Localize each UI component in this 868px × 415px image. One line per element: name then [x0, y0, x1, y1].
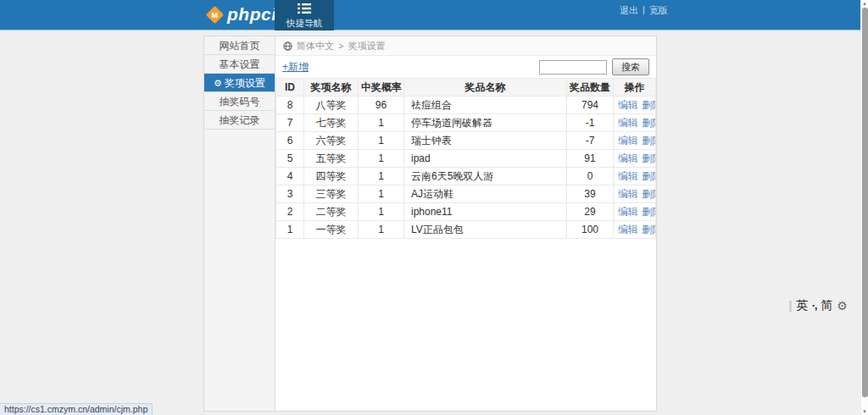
column-header-quantity: 奖品数量 [567, 79, 614, 97]
header-links-separator: | [643, 4, 645, 17]
prize-table: ID 奖项名称 中奖概率 奖品名称 奖品数量 操作 8 八等奖 96 祛痘组合 … [275, 78, 656, 239]
delete-link[interactable]: 删除 [642, 152, 656, 164]
globe-icon [283, 42, 292, 51]
ime-settings-gear-icon[interactable]: ⚙ [837, 299, 848, 313]
sidebar-item-lottery-records[interactable]: 抽奖记录 [204, 111, 275, 130]
cell-probability: 1 [359, 221, 404, 239]
brand-diamond-icon: M [206, 5, 224, 23]
breadcrumb-language[interactable]: 简体中文 [297, 40, 334, 53]
cell-operations: 编辑删除 [614, 114, 656, 132]
cell-level: 二等奖 [304, 203, 359, 221]
brand-mark: M [212, 10, 219, 19]
breadcrumb-current-page: 奖项设置 [348, 40, 385, 53]
add-new-link[interactable]: +新增 [282, 60, 309, 75]
cell-operations: 编辑删除 [614, 132, 656, 150]
search-button[interactable]: 搜索 [612, 58, 649, 75]
scroll-up-arrow-icon[interactable]: ▲ [861, 1, 868, 6]
delete-link[interactable]: 删除 [642, 206, 656, 218]
table-header-row: ID 奖项名称 中奖概率 奖品名称 奖品数量 操作 [276, 79, 656, 97]
cell-name: iphone11 [404, 203, 567, 221]
ime-language-toggle[interactable]: 英 [796, 298, 808, 313]
sidebar-item-prize-settings[interactable]: ⚙奖项设置 [204, 74, 275, 92]
cell-id: 1 [276, 221, 304, 239]
sidebar-item-lottery-codes[interactable]: 抽奖码号 [204, 92, 275, 111]
ime-punctuation-toggle[interactable]: ·, [812, 300, 816, 312]
column-header-prize-level: 奖项名称 [304, 79, 359, 97]
cell-quantity: 794 [567, 97, 614, 114]
cell-name: 停车场道闸破解器 [404, 114, 567, 132]
edit-link[interactable]: 编辑 [618, 152, 638, 164]
delete-link[interactable]: 删除 [642, 188, 656, 200]
edit-link[interactable]: 编辑 [618, 135, 638, 147]
cell-quantity: 39 [567, 185, 614, 203]
list-icon [298, 3, 311, 14]
cell-probability: 1 [359, 132, 404, 150]
cell-id: 7 [276, 114, 304, 132]
cell-level: 八等奖 [304, 97, 359, 114]
cell-quantity: 29 [567, 203, 614, 221]
cell-id: 6 [276, 132, 304, 150]
scrollbar-thumb[interactable] [862, 8, 868, 397]
column-header-prize-name: 奖品名称 [404, 79, 567, 97]
scroll-down-arrow-icon[interactable]: ▼ [861, 409, 868, 414]
table-row: 2 二等奖 1 iphone11 29 编辑删除 [276, 203, 656, 221]
wide-mode-link[interactable]: 宽版 [649, 4, 668, 17]
sidebar-item-basic-settings[interactable]: 基本设置 [204, 55, 275, 74]
edit-link[interactable]: 编辑 [618, 188, 638, 200]
delete-link[interactable]: 删除 [642, 99, 656, 111]
cell-level: 五等奖 [304, 150, 359, 168]
cell-level: 六等奖 [304, 132, 359, 150]
cell-id: 2 [276, 203, 304, 221]
logout-link[interactable]: 退出 [620, 4, 638, 17]
vertical-scrollbar[interactable]: ▲ ▼ [860, 0, 868, 415]
cell-operations: 编辑删除 [614, 168, 656, 185]
ime-drag-handle[interactable] [789, 301, 792, 312]
cell-name: 祛痘组合 [404, 97, 567, 114]
cell-probability: 1 [359, 185, 404, 203]
delete-link[interactable]: 删除 [642, 117, 656, 129]
cell-probability: 1 [359, 203, 404, 221]
edit-link[interactable]: 编辑 [618, 224, 638, 235]
cell-id: 5 [276, 150, 304, 168]
cell-id: 3 [276, 185, 304, 203]
cell-operations: 编辑删除 [614, 221, 656, 239]
cell-level: 一等奖 [304, 221, 359, 239]
main-panel: 网站首页 基本设置 ⚙奖项设置 抽奖码号 抽奖记录 简体中文 > 奖项设置 +新… [203, 36, 657, 412]
header-links: 退出 | 宽版 [620, 4, 668, 17]
table-row: 7 七等奖 1 停车场道闸破解器 -1 编辑删除 [276, 114, 656, 132]
cell-name: 云南6天5晚双人游 [404, 168, 567, 185]
cell-name: LV正品包包 [404, 221, 567, 239]
status-url-bubble: https://cs1.cmzym.cn/admin/cjm.php [0, 403, 153, 415]
sidebar-item-label: 奖项设置 [225, 77, 265, 89]
sidebar-item-site-home[interactable]: 网站首页 [204, 36, 275, 55]
edit-link[interactable]: 编辑 [618, 170, 638, 182]
column-header-probability: 中奖概率 [359, 79, 404, 97]
brand-logo[interactable]: M phpci [209, 4, 277, 25]
table-row: 3 三等奖 1 AJ运动鞋 39 编辑删除 [276, 185, 656, 203]
cell-level: 七等奖 [304, 114, 359, 132]
cell-probability: 1 [359, 168, 404, 185]
delete-link[interactable]: 删除 [642, 135, 656, 147]
table-row: 8 八等奖 96 祛痘组合 794 编辑删除 [276, 97, 656, 114]
ime-charset-toggle[interactable]: 简 [821, 298, 832, 313]
edit-link[interactable]: 编辑 [618, 206, 638, 218]
quick-nav-tab[interactable]: 快捷导航 [275, 0, 334, 30]
content-area: 简体中文 > 奖项设置 +新增 搜索 ID 奖项名称 中奖概率 奖品名称 奖品数 [275, 36, 656, 411]
cell-level: 三等奖 [304, 185, 359, 203]
edit-link[interactable]: 编辑 [618, 99, 638, 111]
sidebar-menu: 网站首页 基本设置 ⚙奖项设置 抽奖码号 抽奖记录 [204, 36, 275, 411]
breadcrumb: 简体中文 > 奖项设置 [275, 36, 656, 56]
gear-icon: ⚙ [214, 78, 222, 88]
cell-name: 瑞士钟表 [404, 132, 567, 150]
quick-nav-label: 快捷导航 [275, 18, 334, 30]
search-input[interactable] [539, 60, 607, 75]
cell-probability: 1 [359, 150, 404, 168]
ime-indicator: 英 ·, 简 ⚙ [789, 297, 848, 314]
cell-operations: 编辑删除 [614, 97, 656, 114]
delete-link[interactable]: 删除 [642, 224, 656, 235]
table-row: 1 一等奖 1 LV正品包包 100 编辑删除 [276, 221, 656, 239]
delete-link[interactable]: 删除 [642, 170, 656, 182]
edit-link[interactable]: 编辑 [618, 117, 638, 129]
search-group: 搜索 [539, 58, 649, 75]
cell-id: 8 [276, 97, 304, 114]
